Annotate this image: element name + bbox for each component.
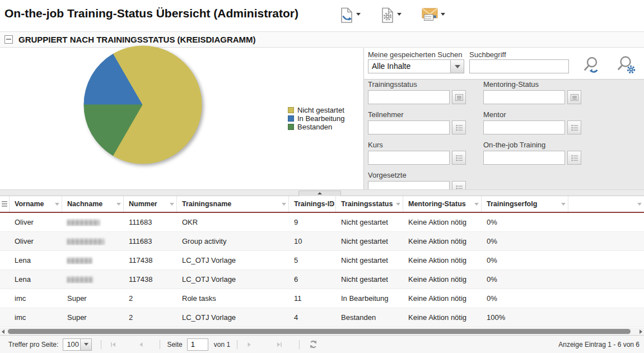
table-row[interactable]: Oliver111683OKR9Nicht gestartetKeine Akt… bbox=[0, 213, 644, 232]
table-row[interactable]: Oliver111683Group activity10Nicht gestar… bbox=[0, 232, 644, 251]
column-label: Vorname bbox=[15, 200, 44, 208]
filter-picker-trainingsstatus[interactable] bbox=[452, 90, 466, 104]
page-input[interactable] bbox=[187, 338, 208, 351]
column-header-trainings-id[interactable]: Trainings-ID bbox=[289, 196, 336, 212]
legend-item-in-bearbeitung: In Bearbeitung bbox=[288, 114, 345, 123]
filter-input-mentor[interactable] bbox=[483, 120, 565, 134]
filter-input-on-the-job-training[interactable] bbox=[483, 151, 565, 165]
filter-picker-kurs[interactable] bbox=[452, 151, 466, 165]
cell-nachname bbox=[62, 237, 124, 245]
table-row[interactable]: imcSuper2Role tasks11In BearbeitungKeine… bbox=[0, 289, 644, 308]
document-gear-icon bbox=[380, 7, 395, 25]
column-filter-extra-icon[interactable] bbox=[637, 203, 642, 206]
cell-trainings-id: 4 bbox=[289, 313, 336, 322]
search-button[interactable] bbox=[581, 55, 603, 76]
table-row[interactable]: imcSuper2LC_OTJ Vorlage4BestandenKeine A… bbox=[0, 308, 644, 327]
column-label: Trainingserfolg bbox=[487, 200, 537, 208]
mail-button[interactable] bbox=[421, 7, 445, 24]
column-filter-trainings-id-icon[interactable] bbox=[329, 203, 333, 206]
app-root: On-the-job Training-Status Übersicht (Ad… bbox=[0, 0, 644, 353]
cell-trainingsname: LC_OTJ Vorlage bbox=[177, 275, 289, 284]
refresh-button[interactable] bbox=[309, 340, 318, 349]
saved-searches-select[interactable]: Alle Inhalte bbox=[368, 59, 464, 73]
table-row[interactable]: Lena117438LC_OTJ Vorlage6Nicht gestartet… bbox=[0, 270, 644, 289]
table-menu-cell[interactable] bbox=[0, 196, 10, 212]
cell-trainingsstatus: Nicht gestartet bbox=[336, 218, 403, 226]
chevron-down-icon bbox=[356, 13, 361, 16]
previous-page-button[interactable] bbox=[137, 341, 145, 349]
cell-trainingsname: LC_OTJ Vorlage bbox=[177, 256, 289, 264]
column-filter-trainingsstatus-icon[interactable] bbox=[396, 203, 400, 206]
cell-vorname: Oliver bbox=[10, 218, 62, 226]
column-filter-vorname-icon[interactable] bbox=[55, 203, 59, 206]
cell-nachname bbox=[62, 275, 124, 284]
chevron-down-icon[interactable] bbox=[450, 60, 464, 73]
cell-vorname: imc bbox=[10, 294, 62, 303]
filter-label-on-the-job-training: On-the-job Training bbox=[483, 141, 618, 149]
panel-splitter[interactable] bbox=[0, 189, 644, 196]
first-page-button[interactable] bbox=[109, 341, 117, 349]
legend-label: Bestanden bbox=[297, 123, 332, 131]
cell-trainingsstatus: Nicht gestartet bbox=[336, 237, 403, 245]
column-filter-trainingserfolg-icon[interactable] bbox=[561, 203, 566, 206]
document-export-icon bbox=[339, 7, 354, 25]
column-header-nummer[interactable]: Nummer bbox=[124, 196, 177, 212]
filter-input-teilnehmer[interactable] bbox=[368, 120, 450, 134]
scrollbar-thumb[interactable] bbox=[8, 329, 631, 334]
column-header-trainingserfolg[interactable]: Trainingserfolg bbox=[482, 196, 568, 212]
table-row[interactable]: Lena117438LC_OTJ Vorlage5Nicht gestartet… bbox=[0, 251, 644, 270]
search-reset-icon bbox=[581, 69, 603, 78]
filter-input-mentoring-status[interactable] bbox=[483, 90, 565, 104]
column-filter-nachname-icon[interactable] bbox=[116, 203, 121, 206]
cell-trainingserfolg: 0% bbox=[482, 294, 568, 303]
filter-input-kurs[interactable] bbox=[368, 151, 450, 165]
column-filter-nummer-icon[interactable] bbox=[170, 203, 174, 206]
cell-mentoring-status: Keine Aktion nötig bbox=[403, 218, 482, 226]
bullet-list-icon bbox=[455, 123, 464, 132]
cell-mentoring-status: Keine Aktion nötig bbox=[403, 256, 482, 264]
search-term-input[interactable] bbox=[469, 59, 569, 73]
next-page-button[interactable] bbox=[245, 341, 253, 349]
first-page-icon bbox=[109, 341, 117, 349]
legend-label: In Bearbeitung bbox=[297, 114, 345, 123]
column-header-vorname[interactable]: Vorname bbox=[10, 196, 62, 212]
filter-picker-mentoring-status[interactable] bbox=[567, 90, 581, 104]
filter-label-kurs: Kurs bbox=[368, 141, 483, 149]
column-filter-trainingsname-icon[interactable] bbox=[282, 203, 286, 206]
filter-picker-teilnehmer[interactable] bbox=[452, 120, 466, 134]
cell-nummer: 111683 bbox=[124, 237, 177, 245]
horizontal-scrollbar[interactable] bbox=[0, 328, 644, 335]
filter-picker-on-the-job-training[interactable] bbox=[567, 151, 581, 165]
filter-picker-mentor[interactable] bbox=[567, 120, 581, 134]
column-header-trainingsname[interactable]: Trainingsname bbox=[177, 196, 289, 212]
chart-legend: Nicht gestartetIn BearbeitungBestanden bbox=[288, 106, 345, 131]
cell-trainingsname: OKR bbox=[177, 218, 289, 226]
column-filter-mentoring-status-icon[interactable] bbox=[474, 203, 479, 206]
cell-nummer: 2 bbox=[124, 313, 177, 322]
filter-input-trainingsstatus[interactable] bbox=[368, 90, 450, 104]
column-header-extra[interactable] bbox=[568, 196, 644, 212]
scroll-left-icon[interactable] bbox=[2, 329, 4, 334]
cell-trainings-id: 9 bbox=[289, 218, 336, 226]
chevron-down-icon[interactable] bbox=[80, 339, 91, 350]
search-settings-button[interactable] bbox=[616, 55, 637, 76]
per-page-select[interactable]: 100 bbox=[63, 338, 92, 351]
cell-vorname: Lena bbox=[10, 256, 62, 264]
column-header-trainingsstatus[interactable]: Trainingsstatus bbox=[336, 196, 403, 212]
cell-trainingsname: Role tasks bbox=[177, 294, 289, 303]
cell-vorname: Oliver bbox=[10, 237, 62, 245]
last-page-button[interactable] bbox=[276, 341, 283, 349]
cell-nachname: Super bbox=[62, 313, 124, 322]
collapse-section-icon[interactable] bbox=[4, 35, 13, 44]
column-header-nachname[interactable]: Nachname bbox=[62, 196, 124, 212]
column-header-mentoring-status[interactable]: Mentoring-Status bbox=[403, 196, 482, 212]
column-label: Trainingsstatus bbox=[341, 200, 393, 208]
legend-label: Nicht gestartet bbox=[297, 106, 344, 114]
filter-field-on-the-job-training: On-the-job Training bbox=[483, 141, 618, 165]
cell-trainingsstatus: In Bearbeitung bbox=[336, 294, 403, 303]
redacted-text bbox=[67, 239, 104, 245]
export-button[interactable] bbox=[339, 7, 361, 24]
report-button[interactable] bbox=[380, 7, 402, 24]
scroll-right-icon[interactable] bbox=[640, 329, 642, 334]
per-page-value: 100 bbox=[63, 339, 80, 350]
